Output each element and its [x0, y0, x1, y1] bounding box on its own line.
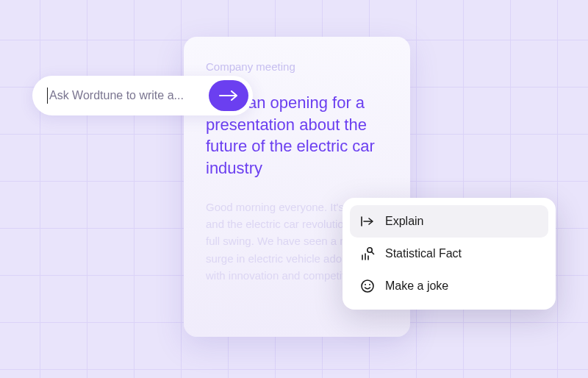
chart-search-icon [360, 246, 375, 261]
svg-line-7 [372, 252, 374, 254]
arrow-right-icon [219, 90, 238, 101]
svg-point-8 [362, 280, 373, 292]
menu-item-make-a-joke[interactable]: Make a joke [350, 270, 548, 302]
menu-item-label: Statistical Fact [385, 247, 538, 260]
suggestions-menu: Explain Statistical Fact Make a joke [343, 198, 556, 310]
document-label: Company meeting [206, 60, 388, 73]
text-cursor-icon [47, 88, 48, 104]
prompt-input-container: Ask Wordtune to write a... [32, 76, 253, 115]
menu-item-explain[interactable]: Explain [350, 205, 548, 238]
menu-item-label: Make a joke [385, 279, 538, 293]
explain-icon [360, 214, 375, 229]
svg-point-10 [369, 284, 370, 285]
smile-icon [360, 279, 375, 293]
menu-item-label: Explain [385, 215, 538, 228]
svg-point-9 [365, 284, 366, 285]
menu-item-statistical-fact[interactable]: Statistical Fact [350, 238, 548, 270]
prompt-input[interactable]: Ask Wordtune to write a... [49, 89, 209, 102]
submit-button[interactable] [209, 80, 248, 111]
